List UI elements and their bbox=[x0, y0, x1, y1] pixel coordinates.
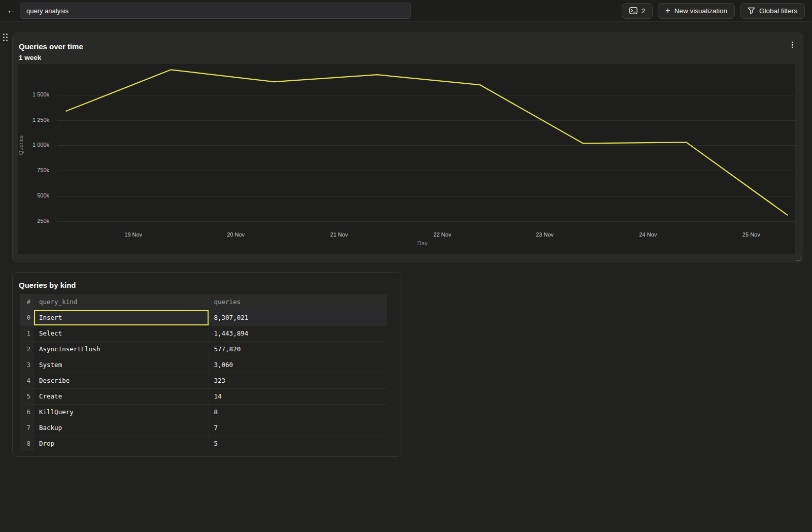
chart-subtitle: 1 week bbox=[19, 54, 41, 61]
table-row: 3System3,060 bbox=[20, 357, 387, 373]
top-bar: ← 2 + New visualization G bbox=[0, 0, 812, 22]
queries-line-series bbox=[57, 64, 795, 254]
query-kind-cell[interactable]: System bbox=[34, 357, 209, 373]
table-row: 5Create14 bbox=[20, 388, 387, 404]
dashboard-screen: ← 2 + New visualization G bbox=[0, 0, 812, 532]
drag-handle-icon[interactable] bbox=[3, 34, 10, 43]
x-tick-label: 21 Nov bbox=[330, 231, 348, 238]
kebab-menu-icon[interactable] bbox=[789, 41, 796, 50]
table-row: 7Backup7 bbox=[20, 420, 387, 436]
query-kind-cell[interactable]: Select bbox=[34, 325, 209, 341]
queries-by-kind-table: # query_kind queries 0Insert8,307,0211Se… bbox=[20, 294, 387, 451]
query-kind-cell[interactable]: Backup bbox=[34, 420, 209, 436]
table-row: 8Drop5 bbox=[20, 436, 387, 451]
row-index-cell: 1 bbox=[20, 325, 34, 341]
resize-corner-icon[interactable] bbox=[796, 255, 800, 260]
query-kind-cell[interactable]: Describe bbox=[34, 373, 209, 388]
query-kind-cell-selected[interactable]: Insert bbox=[34, 310, 209, 325]
row-index-cell: 0 bbox=[20, 310, 34, 325]
console-icon bbox=[629, 7, 637, 14]
global-filters-button[interactable]: Global filters bbox=[740, 3, 805, 19]
console-count-label: 2 bbox=[641, 7, 646, 15]
x-tick-label: 20 Nov bbox=[227, 231, 245, 238]
dashboard-title-input[interactable] bbox=[20, 3, 411, 19]
queries-value-cell[interactable]: 8,307,021 bbox=[209, 310, 387, 325]
queries-value-cell[interactable]: 5 bbox=[209, 436, 387, 451]
y-axis-title: Queries bbox=[18, 129, 24, 161]
row-index-cell: 8 bbox=[20, 436, 34, 451]
queries-value-cell[interactable]: 14 bbox=[209, 388, 387, 404]
global-filters-label: Global filters bbox=[759, 7, 797, 15]
queries-value-cell[interactable]: 7 bbox=[209, 420, 387, 436]
back-arrow-icon: ← bbox=[7, 6, 16, 16]
new-visualization-button[interactable]: + New visualization bbox=[658, 3, 735, 19]
x-tick-label: 22 Nov bbox=[433, 231, 451, 238]
column-header-query-kind[interactable]: query_kind bbox=[34, 294, 209, 310]
x-tick-label: 23 Nov bbox=[536, 231, 554, 238]
funnel-icon bbox=[748, 7, 755, 14]
queries-value-cell[interactable]: 1,443,894 bbox=[209, 325, 387, 341]
queries-over-time-panel: Queries over time 1 week 1 500k1 250k1 0… bbox=[12, 32, 803, 262]
y-tick-label: 500k bbox=[18, 192, 49, 198]
plus-icon: + bbox=[665, 7, 670, 15]
table-title: Queries by kind bbox=[19, 281, 76, 289]
row-index-cell: 5 bbox=[20, 388, 34, 404]
query-kind-cell[interactable]: Drop bbox=[34, 436, 209, 451]
row-index-cell: 2 bbox=[20, 341, 34, 357]
queries-value-cell[interactable]: 3,060 bbox=[209, 357, 387, 373]
back-button[interactable]: ← bbox=[4, 3, 18, 18]
column-header-index[interactable]: # bbox=[20, 294, 34, 310]
queries-value-cell[interactable]: 577,820 bbox=[209, 341, 387, 357]
row-index-cell: 3 bbox=[20, 357, 34, 373]
y-tick-label: 1 250k bbox=[18, 117, 49, 123]
y-tick-label: 1 500k bbox=[18, 91, 49, 97]
row-index-cell: 4 bbox=[20, 373, 34, 388]
table-row: 1Select1,443,894 bbox=[20, 325, 387, 341]
row-index-cell: 6 bbox=[20, 404, 34, 420]
chart-title: Queries over time bbox=[19, 42, 83, 51]
x-tick-label: 19 Nov bbox=[124, 231, 142, 238]
table-row: 0Insert8,307,021 bbox=[20, 310, 387, 325]
x-tick-label: 25 Nov bbox=[742, 231, 760, 238]
queries-value-cell[interactable]: 323 bbox=[209, 373, 387, 388]
column-header-queries[interactable]: queries bbox=[209, 294, 387, 310]
table-row: 2AsyncInsertFlush577,820 bbox=[20, 341, 387, 357]
y-tick-label: 750k bbox=[18, 167, 49, 173]
queries-value-cell[interactable]: 8 bbox=[209, 404, 387, 420]
table-header-row: # query_kind queries bbox=[20, 294, 387, 310]
table-row: 4Describe323 bbox=[20, 373, 387, 388]
line-chart-plot: 1 500k1 250k1 000k750k500k250k Queries 1… bbox=[18, 64, 795, 254]
row-index-cell: 7 bbox=[20, 420, 34, 436]
y-tick-label: 250k bbox=[18, 218, 49, 224]
x-axis-title: Day bbox=[417, 240, 427, 246]
queries-by-kind-panel: Queries by kind # query_kind queries 0In… bbox=[12, 272, 401, 457]
console-count-button[interactable]: 2 bbox=[622, 3, 653, 19]
query-kind-cell[interactable]: AsyncInsertFlush bbox=[34, 341, 209, 357]
query-kind-cell[interactable]: Create bbox=[34, 388, 209, 404]
table-row: 6KillQuery8 bbox=[20, 404, 387, 420]
new-visualization-label: New visualization bbox=[674, 7, 727, 15]
query-kind-cell[interactable]: KillQuery bbox=[34, 404, 209, 420]
x-tick-label: 24 Nov bbox=[639, 231, 657, 238]
